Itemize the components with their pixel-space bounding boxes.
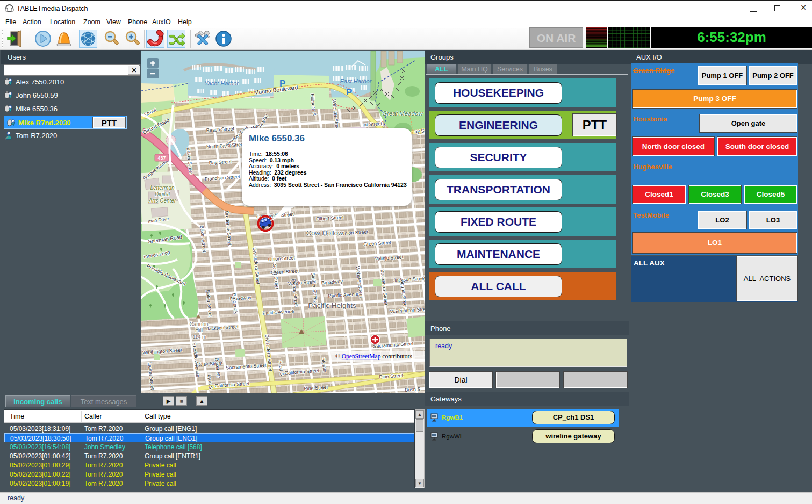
- svg-text:Yacht Harbor: Yacht Harbor: [204, 80, 239, 87]
- svg-text:Pacific Heights: Pacific Heights: [308, 301, 356, 309]
- svg-text:Arts Center: Arts Center: [148, 198, 176, 204]
- svg-text:East Harbor: East Harbor: [340, 78, 372, 84]
- svg-text:437: 437: [157, 155, 166, 161]
- svg-text:© OpenStreetMap contributors: © OpenStreetMap contributors: [335, 353, 412, 360]
- svg-text:114 m: 114 m: [192, 334, 206, 340]
- svg-text:Hill: Hill: [195, 327, 203, 333]
- svg-text:Bush S: Bush S: [405, 386, 421, 393]
- svg-text:P: P: [346, 87, 352, 97]
- svg-text:Letterman: Letterman: [150, 185, 174, 191]
- svg-text:Cow Hollow: Cow Hollow: [306, 229, 343, 237]
- svg-text:Digital: Digital: [155, 191, 170, 197]
- svg-text:ay St: ay St: [414, 128, 425, 134]
- svg-text:Cannon: Cannon: [189, 321, 208, 327]
- svg-text:Great Meadow: Great Meadow: [382, 110, 423, 117]
